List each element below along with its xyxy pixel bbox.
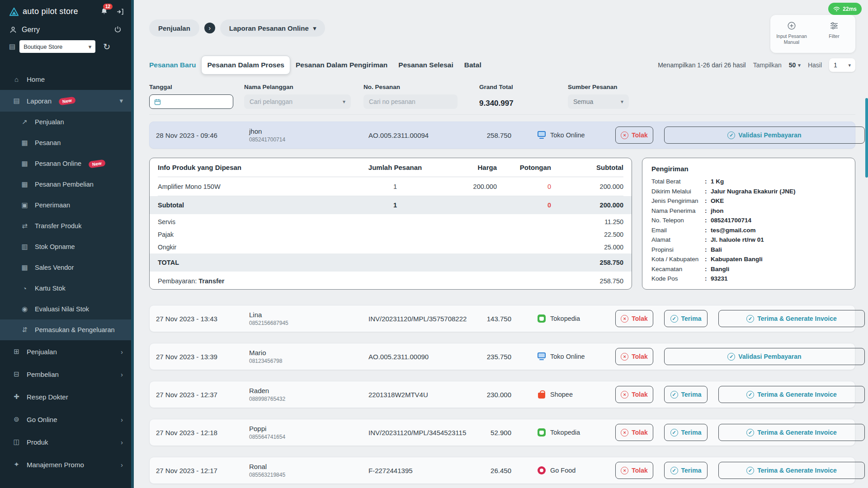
menu-item-icon: ⇄	[20, 222, 29, 230]
sidebar-item-home[interactable]: ⌂ Home	[0, 68, 131, 90]
order-row[interactable]: 27 Nov 2023 - 12:17 Ronal 085563219845 F…	[149, 457, 855, 484]
grand-total-label: Grand Total	[479, 84, 530, 90]
tolak-button[interactable]: × Tolak	[615, 462, 653, 479]
sidebar-subitem[interactable]: ◉ Evaluasi Nilai Stok	[0, 299, 131, 319]
logo-icon	[9, 7, 19, 16]
payment-label: Pembayaran:	[158, 277, 197, 285]
sidebar-item-laporan[interactable]: ▤ Laporan New ▾	[0, 90, 131, 112]
tolak-button[interactable]: × Tolak	[615, 348, 653, 365]
logout-power-icon[interactable]	[113, 25, 122, 34]
source-filter-select[interactable]: Semua ▾	[568, 94, 629, 109]
sidebar-item[interactable]: ⊞ Penjualan ›	[0, 340, 131, 363]
tolak-label: Tolak	[632, 391, 648, 398]
primary-action-button[interactable]: ✓ Terima & Generate Invoice	[718, 424, 865, 441]
status-tab[interactable]: Batal	[459, 56, 487, 74]
menu-item-icon: ◔	[20, 285, 29, 292]
terima-button[interactable]: ✓ Terima	[664, 310, 708, 327]
status-tabs: Pesanan Baru Pesanan Dalam Proses Pesana…	[144, 56, 487, 75]
order-row[interactable]: 27 Nov 2023 - 12:37 Raden 088998765432 2…	[149, 381, 855, 408]
page-select[interactable]: 1 ▾	[829, 58, 855, 72]
product-name: Amplifier Mono 150W	[158, 183, 361, 190]
check-icon: ✓	[670, 315, 678, 323]
sidebar-item[interactable]: ◫ Produk ›	[0, 431, 131, 453]
shipping-field-value: 085241700714	[711, 216, 751, 225]
subtotal-discount: 0	[497, 202, 551, 209]
menu-item-icon: ▥	[20, 243, 29, 251]
primary-action-button[interactable]: ✓ Validasi Pembayaran	[664, 348, 865, 365]
sidebar-subitem[interactable]: ▣ Penerimaan	[0, 195, 131, 216]
primary-action-button[interactable]: ✓ Terima & Generate Invoice	[718, 462, 865, 479]
tolak-button[interactable]: × Tolak	[615, 127, 653, 144]
input-pesanan-manual-button[interactable]: Input Pesanan Manual	[772, 21, 811, 45]
order-row[interactable]: 27 Nov 2023 - 12:18 Poppi 085564741654 I…	[149, 419, 855, 446]
breadcrumb-penjualan[interactable]: Penjualan	[149, 19, 199, 37]
menu-item-label: Evaluasi Nilai Stok	[35, 305, 89, 313]
chevron-down-icon: ▾	[798, 62, 801, 68]
per-page-select[interactable]: 50 ▾	[789, 61, 801, 69]
sidebar-subitem[interactable]: ▥ Stok Opname	[0, 236, 131, 257]
refresh-icon[interactable]: ↻	[103, 42, 110, 52]
primary-action-button[interactable]: ✓ Terima & Generate Invoice	[718, 310, 865, 327]
sidebar-subitem[interactable]: ▦ Pesanan Online New	[0, 153, 131, 174]
sidebar-subitem[interactable]: ↗ Penjualan	[0, 112, 131, 132]
tolak-button[interactable]: × Tolak	[615, 386, 653, 403]
scrollbar-thumb[interactable]	[865, 98, 868, 178]
primary-action-button[interactable]: ✓ Terima & Generate Invoice	[718, 386, 865, 403]
order-row-expanded[interactable]: 28 Nov 2023 - 09:46 jhon 085241700714 AO…	[149, 122, 855, 149]
product-info-card: Info Produk yang Dipesan Jumlah Pesanan …	[149, 158, 632, 290]
tolak-button[interactable]: × Tolak	[615, 424, 653, 441]
sidebar-item[interactable]: ✦ Manajemen Promo ›	[0, 453, 131, 476]
terima-button[interactable]: ✓ Terima	[664, 386, 708, 403]
cross-icon: ×	[621, 353, 628, 361]
fee-row-servis: Servis11.250	[158, 216, 623, 228]
sidebar-subitem[interactable]: ⇄ Transfer Produk	[0, 216, 131, 236]
primary-action-label: Terima & Generate Invoice	[757, 429, 837, 436]
collapse-sidebar-icon[interactable]	[116, 8, 124, 16]
terima-button[interactable]: ✓ Terima	[664, 424, 708, 441]
menu-item-icon: ▣	[20, 201, 29, 209]
validasi-pembayaran-button[interactable]: ✓ Validasi Pembayaran	[664, 127, 865, 144]
filter-button[interactable]: Filter	[814, 21, 854, 39]
filter-label: Filter	[829, 33, 839, 39]
sidebar-subitem[interactable]: ▦ Pesanan Pembelian	[0, 174, 131, 195]
fee-row-ongkir: Ongkir25.000	[158, 241, 623, 253]
breadcrumb-laporan-pesanan-online[interactable]: Laporan Pesanan Online ▾	[220, 19, 325, 37]
status-tab[interactable]: Pesanan Dalam Pengiriman	[290, 56, 393, 74]
cross-icon: ×	[621, 429, 628, 436]
sidebar-item[interactable]: ⊚ Go Online ›	[0, 408, 131, 431]
sidebar-subitem[interactable]: ⇵ Pemasukan & Pengeluaran	[0, 319, 131, 340]
terima-button[interactable]: ✓ Terima	[664, 462, 708, 479]
check-icon: ✓	[746, 467, 754, 474]
status-tab[interactable]: Pesanan Baru	[144, 56, 201, 74]
customer-name: Ronal	[249, 463, 347, 470]
shipping-field-row: Kota / Kabupaten : Kabupaten Bangli	[651, 254, 846, 264]
notification-bell-icon[interactable]: 12	[100, 7, 108, 16]
sidebar-subitem[interactable]: ▦ Sales Vendor	[0, 257, 131, 278]
menu-item-label: Pesanan	[35, 139, 61, 146]
menu-item-label: Penjualan	[35, 118, 64, 126]
filter-bar: Tanggal Nama Pelanggan Cari pelanggan ▾ …	[149, 84, 855, 109]
shipping-field-value: Jl. haluole rt/rw 01	[711, 235, 764, 245]
date-filter-input[interactable]	[149, 94, 233, 109]
order-number-filter-input[interactable]	[363, 94, 458, 109]
status-tab[interactable]: Pesanan Selesai	[393, 56, 459, 74]
shipping-field-row: Kode Pos : 93231	[651, 274, 846, 284]
sidebar-subitem[interactable]: ◔ Kartu Stok	[0, 278, 131, 299]
new-badge: New	[88, 159, 105, 168]
chevron-right-icon: ›	[121, 461, 123, 469]
customer-filter-select[interactable]: Cari pelanggan ▾	[244, 94, 351, 109]
source-label: Tokopedia	[550, 429, 580, 436]
store-selector-dropdown[interactable]: Boutique Store ▾	[19, 40, 95, 53]
sidebar-subitem[interactable]: ▦ Pesanan	[0, 132, 131, 153]
menu-item-icon: ⊞	[12, 347, 21, 356]
order-row[interactable]: 27 Nov 2023 - 13:39 Mario 08123456798 AO…	[149, 343, 855, 370]
sidebar-item[interactable]: ✚ Resep Dokter	[0, 385, 131, 408]
menu-item-label: Kartu Stok	[35, 285, 66, 292]
order-row[interactable]: 27 Nov 2023 - 13:43 Lina 0852156687945 I…	[149, 305, 855, 332]
status-tab[interactable]: Pesanan Dalam Proses	[201, 56, 290, 75]
order-number: F-2272441395	[368, 467, 477, 474]
tolak-button[interactable]: × Tolak	[615, 310, 653, 327]
cross-icon: ×	[621, 131, 628, 139]
menu-item-label: Produk	[27, 438, 48, 446]
sidebar-item[interactable]: ⊟ Pembelian ›	[0, 363, 131, 385]
